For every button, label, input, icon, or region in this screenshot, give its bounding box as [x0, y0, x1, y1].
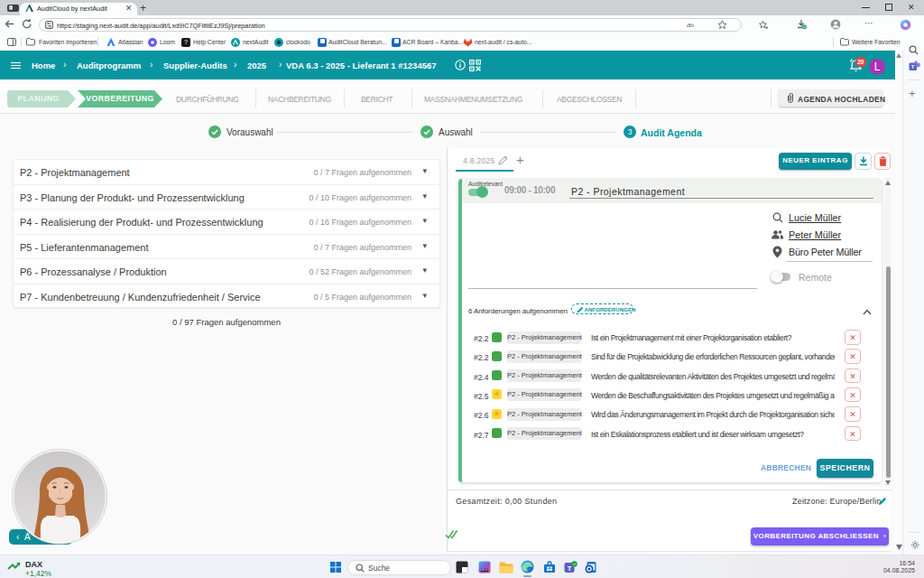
svg-text:MOD: MOD: [481, 568, 488, 572]
svg-text:T: T: [568, 564, 572, 573]
svg-text:T: T: [911, 64, 915, 70]
